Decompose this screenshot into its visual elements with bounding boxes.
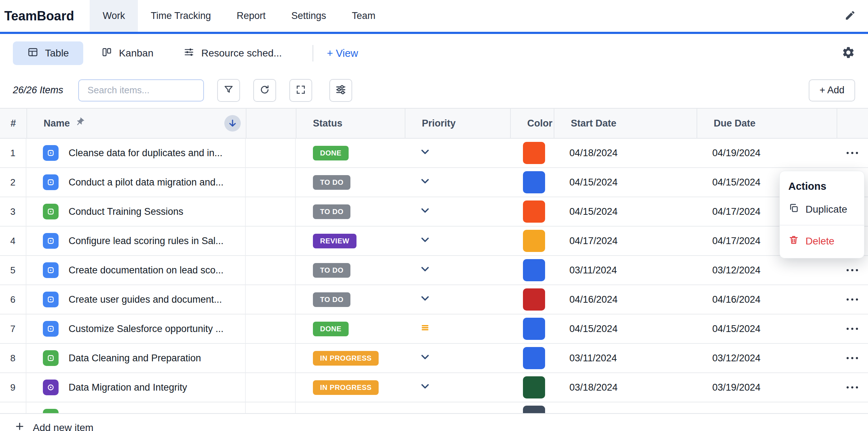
nav-tab-work[interactable]: Work	[90, 0, 138, 32]
task-name-cell[interactable]: Data Migration and Integrity	[26, 373, 246, 402]
view-tab-table[interactable]: Table	[13, 41, 83, 65]
column-header-name[interactable]: Name	[26, 109, 246, 138]
status-badge[interactable]: TO DO	[313, 204, 350, 219]
due-date[interactable]: 03/12/2024	[697, 344, 837, 372]
edit-pencil-button[interactable]	[844, 0, 856, 32]
start-date[interactable]: 03/11/2024	[554, 256, 697, 284]
view-settings-button[interactable]	[842, 46, 855, 61]
start-date[interactable]: 04/15/2024	[554, 314, 697, 343]
kanban-icon	[101, 46, 113, 60]
color-swatch[interactable]	[523, 376, 545, 398]
start-date[interactable]: 04/15/2024	[554, 168, 697, 197]
task-name-cell[interactable]: Customize Salesforce opportunity ...	[26, 314, 246, 343]
task-name-cell[interactable]: Configure lead scoring rules in Sal...	[26, 227, 246, 255]
task-name-cell[interactable]: Conduct a pilot data migration and...	[26, 168, 246, 197]
menu-item-delete[interactable]: Delete	[780, 229, 864, 253]
chevron-down-icon[interactable]	[419, 204, 431, 219]
start-date[interactable]: 04/16/2024	[554, 285, 697, 314]
chevron-down-icon[interactable]	[419, 263, 431, 278]
view-tab-kanban[interactable]: Kanban	[89, 41, 166, 65]
add-item-button[interactable]: + Add	[809, 79, 855, 101]
nav-tab-settings[interactable]: Settings	[279, 0, 339, 32]
color-swatch[interactable]	[523, 318, 545, 340]
color-swatch[interactable]	[523, 230, 545, 252]
due-date[interactable]: 04/16/2024	[697, 285, 837, 314]
task-title: Conduct a pilot data migration and...	[69, 177, 224, 188]
filter-button[interactable]	[217, 79, 240, 102]
nav-tab-time-tracking[interactable]: Time Tracking	[138, 0, 224, 32]
view-tab-label: Table	[45, 48, 69, 59]
nav-tab-team[interactable]: Team	[339, 0, 388, 32]
column-header-start-date[interactable]: Start Date	[554, 109, 697, 138]
row-menu-button[interactable]	[843, 266, 862, 275]
column-settings-button[interactable]	[329, 79, 352, 102]
task-name-cell[interactable]: Create user guides and document...	[26, 285, 246, 314]
chevron-down-icon[interactable]	[419, 351, 431, 366]
color-swatch[interactable]	[523, 288, 545, 311]
task-name-cell[interactable]	[26, 402, 246, 414]
add-new-item-row[interactable]: Add new item	[0, 414, 868, 431]
chevron-down-icon[interactable]	[419, 234, 431, 248]
start-date[interactable]: 03/11/2024	[554, 344, 697, 372]
color-swatch[interactable]	[523, 259, 545, 281]
status-badge[interactable]: DONE	[313, 146, 349, 160]
color-swatch[interactable]	[523, 406, 545, 414]
row-menu-button[interactable]	[843, 148, 862, 158]
nav-tab-report[interactable]: Report	[224, 0, 278, 32]
view-tab-resource-schedule[interactable]: Resource sched...	[171, 41, 294, 65]
status-badge[interactable]: TO DO	[313, 263, 350, 278]
status-badge[interactable]: IN PROGRESS	[313, 380, 379, 395]
add-view-button[interactable]: + View	[327, 48, 358, 59]
start-date[interactable]: 04/15/2024	[554, 197, 697, 226]
row-menu-button[interactable]	[843, 295, 862, 304]
fullscreen-button[interactable]	[289, 79, 312, 102]
color-swatch[interactable]	[523, 347, 545, 369]
chevron-down-icon[interactable]	[419, 380, 431, 395]
row-spacer-cell	[246, 197, 296, 226]
row-spacer-cell	[246, 373, 296, 402]
status-badge[interactable]: TO DO	[313, 292, 350, 307]
priority-medium-icon[interactable]	[419, 322, 431, 336]
task-name-cell[interactable]: Cleanse data for duplicates and in...	[26, 139, 246, 167]
task-name-cell[interactable]: Data Cleaning and Preparation	[26, 344, 246, 372]
row-menu-button[interactable]	[843, 383, 862, 392]
due-date[interactable]: 03/12/2024	[697, 256, 837, 284]
chevron-down-icon[interactable]	[419, 292, 431, 307]
color-swatch[interactable]	[523, 142, 545, 164]
divider	[313, 45, 313, 61]
column-header-due-date[interactable]: Due Date	[697, 109, 837, 138]
row-number: 7	[0, 314, 26, 343]
start-date[interactable]: 04/17/2024	[554, 227, 697, 255]
color-swatch[interactable]	[523, 171, 545, 193]
column-header-color[interactable]: Color	[510, 109, 554, 138]
color-swatch[interactable]	[523, 200, 545, 223]
status-badge[interactable]: REVIEW	[313, 234, 356, 248]
task-name-cell[interactable]: Create documentation on lead sco...	[26, 256, 246, 284]
refresh-button[interactable]	[253, 79, 276, 102]
sort-descending-button[interactable]	[224, 115, 241, 132]
status-badge[interactable]: IN PROGRESS	[313, 351, 379, 366]
row-number: 2	[0, 168, 26, 197]
row-menu-button[interactable]	[843, 353, 862, 363]
row-menu-button[interactable]	[843, 324, 862, 333]
fullscreen-icon	[295, 84, 306, 96]
row-number: 1	[0, 139, 26, 167]
column-header-status[interactable]: Status	[296, 109, 405, 138]
row-number	[0, 402, 26, 414]
due-date[interactable]: 03/19/2024	[697, 373, 837, 402]
chevron-down-icon[interactable]	[419, 146, 431, 160]
chevron-down-icon[interactable]	[419, 175, 431, 190]
column-header-num[interactable]: #	[0, 109, 26, 138]
due-date[interactable]: 04/15/2024	[697, 314, 837, 343]
task-name-cell[interactable]: Conduct Training Sessions	[26, 197, 246, 226]
start-date[interactable]: 04/18/2024	[554, 139, 697, 167]
search-input[interactable]	[78, 79, 204, 101]
column-header-priority[interactable]: Priority	[405, 109, 510, 138]
start-date[interactable]: 03/18/2024	[554, 373, 697, 402]
due-date[interactable]: 04/19/2024	[697, 139, 837, 167]
status-badge[interactable]: TO DO	[313, 175, 350, 190]
row-spacer-cell	[246, 344, 296, 372]
status-badge[interactable]: DONE	[313, 322, 349, 336]
start-date	[554, 402, 697, 414]
menu-item-duplicate[interactable]: Duplicate	[780, 197, 864, 221]
